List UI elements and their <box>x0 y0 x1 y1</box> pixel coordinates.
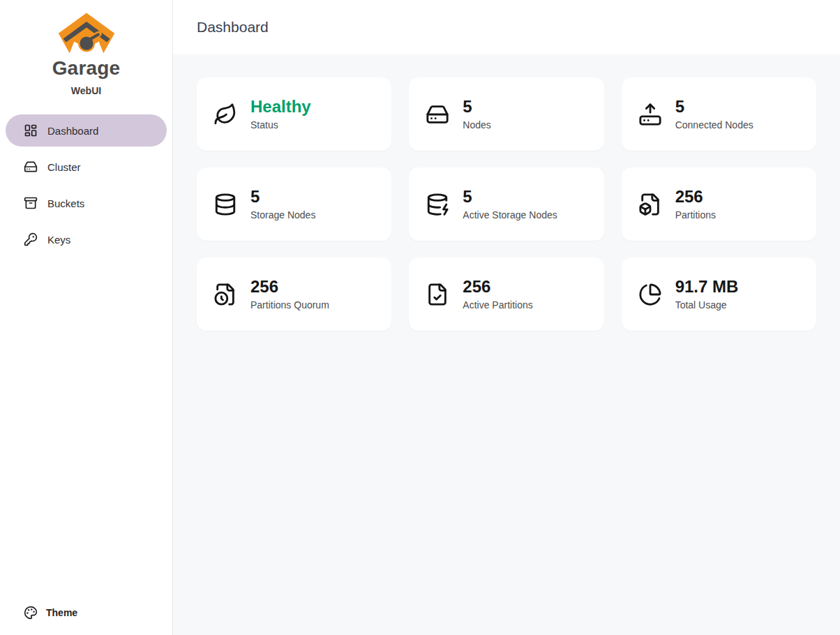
stat-value: 256 <box>463 278 532 296</box>
stat-value: 5 <box>463 98 490 116</box>
stat-value: Healthy <box>250 98 311 116</box>
dashboard-content: Healthy Status 5 Nodes <box>173 54 840 354</box>
stat-label: Active Partitions <box>463 299 532 311</box>
stat-label: Partitions Quorum <box>250 299 329 311</box>
hard-drive-icon <box>24 160 38 174</box>
stat-label: Partitions <box>675 209 716 221</box>
stat-card-status: Healthy Status <box>197 77 391 151</box>
page-title: Dashboard <box>197 19 269 36</box>
sidebar-nav: Dashboard Cluster Buckets <box>0 114 172 255</box>
stat-card-partitions-quorum: 256 Partitions Quorum <box>197 257 391 331</box>
stat-label: Nodes <box>463 119 490 130</box>
sidebar-item-label: Keys <box>47 234 70 246</box>
key-icon <box>24 232 38 246</box>
stat-value: 91.7 MB <box>675 278 739 296</box>
sidebar-item-dashboard[interactable]: Dashboard <box>6 114 167 147</box>
stat-label: Storage Nodes <box>250 209 315 221</box>
database-icon <box>213 193 237 216</box>
sidebar-item-label: Cluster <box>47 161 81 173</box>
stat-card-partitions: 256 Partitions <box>622 167 816 241</box>
stat-label: Total Usage <box>675 299 739 311</box>
hard-drive-icon <box>426 103 449 126</box>
sidebar-item-buckets[interactable]: Buckets <box>6 187 167 219</box>
stat-label: Status <box>250 119 311 130</box>
leaf-icon <box>213 103 237 126</box>
theme-label: Theme <box>46 607 77 618</box>
file-check-icon <box>426 283 449 306</box>
stat-card-storage-nodes: 5 Storage Nodes <box>197 167 391 241</box>
stat-label: Active Storage Nodes <box>463 209 557 221</box>
topbar: Dashboard <box>173 0 840 54</box>
garage-logo-icon <box>57 11 116 54</box>
stat-value: 256 <box>675 188 716 206</box>
pie-chart-icon <box>638 283 662 306</box>
app-window: Garage WebUI Dashboard Cluster <box>0 0 840 635</box>
layout-dashboard-icon <box>24 124 38 137</box>
stat-card-active-partitions: 256 Active Partitions <box>409 257 603 331</box>
sidebar-item-cluster[interactable]: Cluster <box>6 151 167 183</box>
stat-card-connected-nodes: 5 Connected Nodes <box>622 77 816 151</box>
stat-value: 256 <box>250 278 329 296</box>
sidebar-item-label: Dashboard <box>47 125 98 137</box>
hard-drive-upload-icon <box>638 103 662 126</box>
stat-label: Connected Nodes <box>675 119 753 130</box>
stat-value: 5 <box>463 188 557 206</box>
brand: Garage WebUI <box>0 0 172 96</box>
brand-subtitle: WebUI <box>71 85 101 96</box>
stat-value: 5 <box>675 98 753 116</box>
stats-grid: Healthy Status 5 Nodes <box>197 77 816 331</box>
sidebar-spacer <box>0 255 172 606</box>
stat-value: 5 <box>250 188 315 206</box>
sidebar: Garage WebUI Dashboard Cluster <box>0 0 173 635</box>
theme-toggle[interactable]: Theme <box>0 606 172 635</box>
stat-card-nodes: 5 Nodes <box>409 77 603 151</box>
sidebar-item-label: Buckets <box>47 197 84 209</box>
database-zap-icon <box>426 193 449 216</box>
file-clock-icon <box>213 283 237 306</box>
file-box-icon <box>638 193 662 216</box>
sidebar-item-keys[interactable]: Keys <box>6 223 167 255</box>
archive-icon <box>24 196 38 210</box>
palette-icon <box>24 606 38 620</box>
main-area: Dashboard Healthy Status <box>173 0 840 635</box>
brand-name: Garage <box>52 57 121 80</box>
stat-card-total-usage: 91.7 MB Total Usage <box>622 257 816 331</box>
stat-card-active-storage-nodes: 5 Active Storage Nodes <box>409 167 603 241</box>
